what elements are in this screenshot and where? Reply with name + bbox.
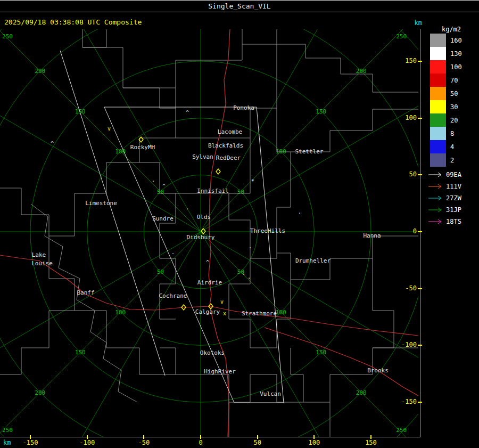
county-boundary bbox=[31, 204, 137, 402]
timestamp: 2025/09/18 03:38:08 UTC Composite bbox=[4, 18, 142, 26]
scan-area-outline bbox=[104, 107, 284, 403]
city-label: Lacombe bbox=[218, 128, 242, 135]
city-label: Innisfail bbox=[197, 188, 229, 194]
city-label: Blackfalds bbox=[208, 142, 243, 149]
city-label: Sundre bbox=[152, 215, 174, 222]
colorbar-value: 8 bbox=[450, 130, 454, 137]
poi-marker: ^ bbox=[162, 183, 166, 189]
range-label: 100 bbox=[115, 309, 126, 316]
range-label: 200 bbox=[35, 68, 45, 75]
legend-arrow-icon bbox=[428, 219, 442, 224]
county-boundary bbox=[49, 162, 139, 279]
colorbar-entry: 70 bbox=[430, 74, 462, 87]
colorbar-value: 130 bbox=[450, 50, 462, 58]
poi-marker: . bbox=[247, 274, 251, 280]
site-legend-row: 09EA bbox=[428, 169, 461, 181]
colorbar-value: 50 bbox=[450, 90, 458, 97]
colorbar-swatch bbox=[430, 34, 446, 47]
colorbar-entry: 30 bbox=[430, 100, 462, 113]
colorbar-entry: 130 bbox=[430, 47, 462, 60]
colorbar-entry: 4 bbox=[430, 140, 462, 153]
county-boundary bbox=[139, 108, 176, 193]
city-label: Brooks bbox=[367, 367, 389, 374]
range-label: 200 bbox=[356, 389, 367, 396]
county-boundary bbox=[82, 29, 160, 108]
county-boundary bbox=[160, 88, 176, 108]
colorbar-swatch bbox=[430, 127, 446, 140]
city-label: HighRiver bbox=[204, 368, 236, 375]
range-label: 150 bbox=[316, 108, 326, 115]
poi-marker: v bbox=[220, 299, 224, 305]
range-label: 200 bbox=[35, 389, 45, 396]
city-label: Didsbury bbox=[187, 234, 215, 241]
legend-site-label: 27ZW bbox=[446, 194, 461, 202]
poi-marker: . bbox=[152, 177, 155, 183]
county-boundary bbox=[176, 348, 303, 402]
county-boundary bbox=[176, 44, 277, 138]
county-boundary bbox=[291, 109, 418, 152]
county-boundary bbox=[277, 108, 291, 280]
range-label: 150 bbox=[75, 349, 86, 356]
county-boundary bbox=[373, 258, 394, 348]
poi-marker: ^ bbox=[186, 110, 189, 116]
poi-marker: . bbox=[249, 243, 252, 249]
range-label: 250 bbox=[2, 33, 13, 40]
colorbar-swatch bbox=[430, 153, 446, 167]
highway-line bbox=[209, 29, 230, 437]
bottom-axis-tick-label: -100 bbox=[76, 439, 99, 446]
colorbar-value: 20 bbox=[450, 117, 458, 124]
poi-marker: . bbox=[171, 249, 175, 255]
poi-marker: v bbox=[108, 126, 111, 132]
poi-marker: ^ bbox=[51, 141, 54, 146]
bottom-axis-tick-label: -150 bbox=[19, 439, 42, 446]
colorbar-units: kg/m2 bbox=[431, 26, 472, 33]
city-label: Lake bbox=[32, 251, 46, 258]
colorbar-swatch bbox=[430, 140, 446, 153]
colorbar-value: 4 bbox=[450, 143, 454, 151]
range-label: 50 bbox=[237, 189, 244, 196]
county-boundary bbox=[0, 311, 75, 374]
colorbar-swatch bbox=[430, 74, 446, 87]
city-label: Stettler bbox=[295, 148, 324, 155]
county-boundary bbox=[49, 279, 176, 374]
county-boundary bbox=[242, 29, 277, 44]
range-label: 250 bbox=[2, 427, 13, 434]
city-label: Limestone bbox=[85, 200, 117, 207]
colorbar-entry: 8 bbox=[430, 127, 462, 140]
range-label: 150 bbox=[75, 108, 86, 115]
poi-marker: . bbox=[298, 209, 301, 215]
app-window: Single_Scan_VIL 2025/09/18 03:38:08 UTC … bbox=[0, 0, 479, 448]
city-label: Drumheller bbox=[295, 257, 331, 264]
colorbar-entry: 100 bbox=[430, 60, 462, 74]
county-boundary bbox=[160, 193, 176, 319]
colorbar-swatch bbox=[430, 87, 446, 100]
highway-line bbox=[265, 328, 418, 396]
bottom-axis-tick-label: 50 bbox=[246, 439, 269, 446]
colorbar-value: 70 bbox=[450, 77, 458, 84]
colorbar-value: 100 bbox=[450, 63, 462, 71]
radar-site-marker bbox=[216, 169, 220, 174]
bottom-axis-tick-label: 100 bbox=[302, 439, 326, 446]
legend-site-label: 111V bbox=[446, 183, 461, 190]
window-title: Single_Scan_VIL bbox=[208, 2, 270, 10]
poi-marker: * bbox=[251, 178, 254, 184]
city-label: Olds bbox=[197, 214, 211, 221]
city-label: Vulcan bbox=[260, 390, 281, 397]
city-label: Airdrie bbox=[197, 279, 222, 286]
colorbar-swatch bbox=[430, 100, 446, 113]
scan-edge-line bbox=[60, 51, 165, 376]
city-label: Strathmore bbox=[242, 310, 277, 317]
map-frame-bottom bbox=[0, 437, 420, 437]
site-legend: 09EA111V27ZW31JP18TS bbox=[428, 169, 461, 227]
city-label: Banff bbox=[77, 289, 94, 296]
colorbar-value: 30 bbox=[450, 103, 458, 111]
city-label: Sylvan bbox=[192, 153, 213, 160]
radar-map[interactable]: 5050505010010010010015015015015020020020… bbox=[0, 29, 418, 437]
county-boundary bbox=[82, 29, 106, 47]
bottom-axis-tick-label: 0 bbox=[189, 439, 212, 446]
bottom-axis-tick-label: -50 bbox=[132, 439, 155, 446]
legend-arrow-icon bbox=[428, 207, 442, 213]
legend-arrow-icon bbox=[428, 172, 442, 177]
legend-site-label: 09EA bbox=[446, 171, 461, 178]
title-bar[interactable]: Single_Scan_VIL bbox=[0, 0, 479, 12]
